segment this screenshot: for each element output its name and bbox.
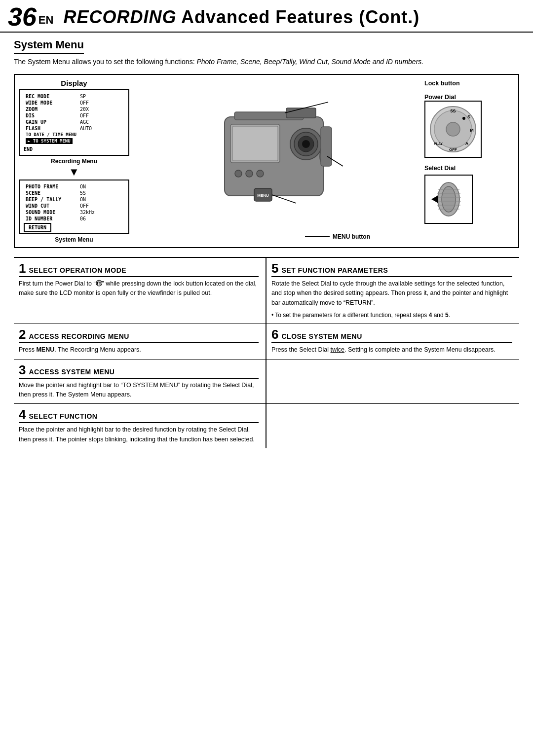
select-dial-box bbox=[424, 175, 473, 224]
step-6-text: Press the Select Dial twice. Setting is … bbox=[271, 345, 512, 355]
lock-button-group: Lock button bbox=[424, 80, 513, 87]
step-2-title: ACCESS RECORDING MENU bbox=[29, 332, 129, 340]
select-dial-svg bbox=[431, 180, 466, 219]
main-content: System Menu The System Menu allows you t… bbox=[0, 33, 533, 458]
table-row: PHOTO FRAMEON bbox=[24, 183, 124, 190]
section-title: System Menu bbox=[14, 38, 84, 54]
step-empty-1 bbox=[266, 360, 519, 404]
step-1-text: First turn the Power Dial to “ⓜ” while p… bbox=[19, 279, 259, 298]
svg-text:MENU: MENU bbox=[257, 193, 269, 198]
zoom-label: ZOOM bbox=[24, 106, 78, 112]
step-4-header: 4 SELECT FUNCTION bbox=[19, 408, 259, 423]
svg-point-11 bbox=[257, 170, 264, 177]
return-button: RETURN bbox=[24, 223, 51, 232]
step-empty-2 bbox=[266, 404, 519, 448]
photo-frame-value: ON bbox=[78, 183, 124, 190]
display-label: Display bbox=[19, 79, 129, 87]
step-2-number: 2 bbox=[19, 328, 26, 341]
rec-mode-value: SP bbox=[78, 93, 124, 100]
scene-value: 5S bbox=[78, 190, 124, 196]
gain-label: GAIN UP bbox=[24, 119, 78, 125]
lock-button-label: Lock button bbox=[424, 80, 513, 87]
step-5-title: SET FUNCTION PARAMETERS bbox=[281, 266, 388, 274]
step-4-title: SELECT FUNCTION bbox=[29, 412, 97, 420]
zoom-value: 20X bbox=[78, 106, 124, 112]
step-2-text: Press MENU. The Recording Menu appears. bbox=[19, 345, 259, 355]
step-6-number: 6 bbox=[271, 328, 278, 341]
table-row: REC MODESP bbox=[24, 93, 124, 100]
dis-label: DIS bbox=[24, 112, 78, 119]
step-1-title: SELECT OPERATION MODE bbox=[29, 266, 126, 274]
beep-value: ON bbox=[78, 196, 124, 203]
title-italic-part: RECORDING bbox=[63, 7, 176, 27]
recording-menu-box: REC MODESP WIDE MODEOFF ZOOM20X DISOFF G… bbox=[19, 89, 129, 156]
recording-menu-table: REC MODESP WIDE MODEOFF ZOOM20X DISOFF G… bbox=[24, 93, 124, 144]
svg-point-27 bbox=[446, 122, 460, 136]
step-2: 2 ACCESS RECORDING MENU Press MENU. The … bbox=[14, 324, 266, 359]
step-3: 3 ACCESS SYSTEM MENU Move the pointer an… bbox=[14, 360, 266, 404]
step-3-number: 3 bbox=[19, 363, 26, 376]
menu-section: Display REC MODESP WIDE MODEOFF ZOOM20X … bbox=[15, 75, 133, 247]
step-4-number: 4 bbox=[19, 408, 26, 421]
title-rest-part: Advanced Features (Cont.) bbox=[176, 7, 419, 27]
system-menu-box: PHOTO FRAMEON SCENE5S BEEP / TALLYON WIN… bbox=[19, 180, 129, 234]
power-dial-svg: 5S S M A OFF PLAY bbox=[428, 105, 478, 154]
menu-button-text: MENU button bbox=[333, 233, 370, 240]
table-row: WIDE MODEOFF bbox=[24, 100, 124, 106]
system-menu-table: PHOTO FRAMEON SCENE5S BEEP / TALLYON WIN… bbox=[24, 183, 124, 222]
step-3-header: 3 ACCESS SYSTEM MENU bbox=[19, 363, 259, 379]
svg-point-30 bbox=[442, 186, 456, 212]
svg-text:M: M bbox=[470, 128, 474, 133]
svg-rect-2 bbox=[232, 126, 278, 161]
step-3-text: Move the pointer and highlight bar to “T… bbox=[19, 381, 259, 400]
menu-end: END bbox=[24, 146, 124, 152]
svg-marker-37 bbox=[431, 195, 438, 203]
gain-value: AGC bbox=[78, 119, 124, 125]
scene-label: SCENE bbox=[24, 190, 78, 196]
to-system-menu: ► TO SYSTEM MENU bbox=[24, 138, 124, 144]
intro-text-plain: The System Menu allows you to set the fo… bbox=[14, 58, 196, 66]
diagram-box: Display REC MODESP WIDE MODEOFF ZOOM20X … bbox=[14, 74, 519, 248]
step-1-number: 1 bbox=[19, 262, 26, 275]
id-value: 06 bbox=[78, 216, 124, 222]
wind-value: OFF bbox=[78, 203, 124, 209]
step-4-text: Place the pointer and highlighlt bar to … bbox=[19, 425, 259, 444]
menu-button-area: MENU button bbox=[305, 233, 370, 240]
menu-arrow-line bbox=[305, 236, 330, 237]
recording-menu-label: Recording Menu bbox=[19, 158, 129, 165]
wind-label: WIND CUT bbox=[24, 203, 78, 209]
table-row: SOUND MODE32kHz bbox=[24, 209, 124, 216]
page-number: 36 bbox=[8, 4, 37, 30]
svg-text:5S: 5S bbox=[450, 108, 456, 113]
table-row: ► TO SYSTEM MENU bbox=[24, 138, 124, 144]
page-title: RECORDING Advanced Features (Cont.) bbox=[63, 7, 419, 28]
svg-point-28 bbox=[462, 117, 465, 120]
to-date-time: TO DATE / TIME MENU bbox=[24, 132, 124, 138]
photo-frame-label: PHOTO FRAME bbox=[24, 183, 78, 190]
camera-illustration: MENU bbox=[210, 97, 343, 225]
svg-text:PLAY: PLAY bbox=[434, 142, 443, 145]
step-6-header: 6 CLOSE SYSTEM MENU bbox=[271, 328, 512, 343]
svg-rect-13 bbox=[321, 127, 332, 166]
wide-mode-value: OFF bbox=[78, 100, 124, 106]
beep-label: BEEP / TALLY bbox=[24, 196, 78, 203]
step-1: 1 SELECT OPERATION MODE First turn the P… bbox=[14, 258, 266, 324]
table-row: FLASHAUTO bbox=[24, 125, 124, 132]
select-dial-group: Select Dial bbox=[424, 165, 513, 224]
step-5: 5 SET FUNCTION PARAMETERS Rotate the Sel… bbox=[266, 258, 519, 324]
power-dial-group: Power Dial 5S S M A OFF PLAY bbox=[424, 94, 513, 158]
system-menu-label: System Menu bbox=[19, 236, 129, 243]
step-4: 4 SELECT FUNCTION Place the pointer and … bbox=[14, 404, 266, 448]
flash-value: AUTO bbox=[78, 125, 124, 132]
steps-section: 1 SELECT OPERATION MODE First turn the P… bbox=[14, 257, 519, 448]
power-dial-label: Power Dial bbox=[424, 94, 513, 101]
id-label: ID NUMBER bbox=[24, 216, 78, 222]
svg-text:S: S bbox=[467, 114, 470, 119]
table-row: WIND CUTOFF bbox=[24, 203, 124, 209]
power-dial-box: 5S S M A OFF PLAY bbox=[424, 101, 482, 158]
page-lang: EN bbox=[38, 14, 54, 27]
camera-section: MENU MENU button bbox=[133, 75, 419, 247]
table-row: GAIN UPAGC bbox=[24, 119, 124, 125]
step-6: 6 CLOSE SYSTEM MENU Press the Select Dia… bbox=[266, 324, 519, 359]
rec-mode-label: REC MODE bbox=[24, 93, 78, 100]
